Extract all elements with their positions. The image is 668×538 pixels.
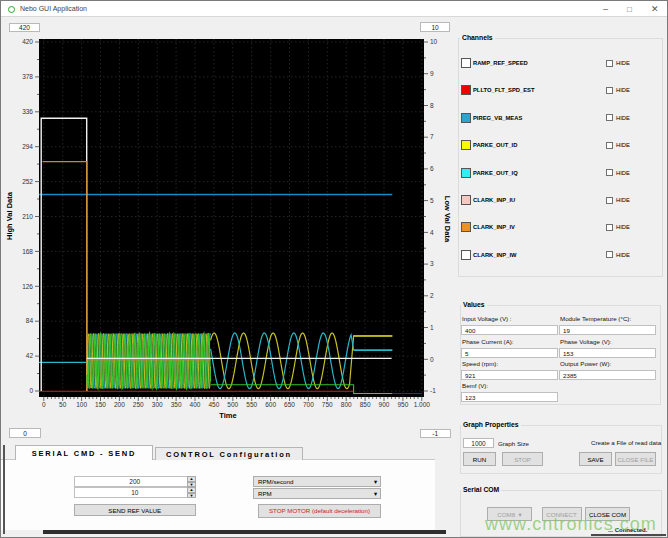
svg-text:42: 42 (26, 352, 34, 359)
svg-text:8: 8 (430, 102, 434, 109)
svg-text:900: 900 (379, 401, 390, 408)
svg-text:126: 126 (22, 283, 33, 290)
svg-text:250: 250 (133, 401, 144, 408)
svg-text:378: 378 (22, 73, 33, 80)
svg-text:7: 7 (430, 133, 434, 140)
svg-text:6: 6 (430, 165, 434, 172)
svg-text:210: 210 (22, 213, 33, 220)
svg-text:3: 3 (430, 260, 434, 267)
svg-text:294: 294 (22, 143, 33, 150)
svg-text:2: 2 (430, 292, 434, 299)
svg-text:420: 420 (22, 38, 33, 45)
svg-text:84: 84 (26, 317, 34, 324)
svg-text:400: 400 (190, 401, 201, 408)
svg-text:100: 100 (76, 401, 87, 408)
svg-text:550: 550 (246, 401, 257, 408)
svg-text:1: 1 (430, 324, 434, 331)
svg-text:0: 0 (430, 356, 434, 363)
svg-text:Time: Time (219, 411, 236, 420)
svg-text:950: 950 (397, 401, 408, 408)
svg-text:200: 200 (114, 401, 125, 408)
svg-text:600: 600 (265, 401, 276, 408)
svg-text:Low Val Data: Low Val Data (443, 196, 452, 243)
svg-text:252: 252 (22, 178, 33, 185)
svg-text:850: 850 (360, 401, 371, 408)
svg-text:5: 5 (430, 197, 434, 204)
svg-text:350: 350 (171, 401, 182, 408)
svg-text:700: 700 (303, 401, 314, 408)
svg-text:168: 168 (22, 248, 33, 255)
svg-text:High Val Data: High Val Data (5, 191, 14, 240)
svg-text:4: 4 (430, 229, 434, 236)
svg-text:10: 10 (430, 38, 438, 45)
svg-text:0: 0 (42, 401, 46, 408)
svg-text:-1: -1 (430, 387, 436, 394)
svg-text:500: 500 (227, 401, 238, 408)
svg-text:150: 150 (95, 401, 106, 408)
svg-text:800: 800 (341, 401, 352, 408)
svg-text:0: 0 (29, 387, 33, 394)
svg-text:450: 450 (208, 401, 219, 408)
svg-text:650: 650 (284, 401, 295, 408)
svg-text:50: 50 (59, 401, 67, 408)
svg-text:750: 750 (322, 401, 333, 408)
svg-text:300: 300 (152, 401, 163, 408)
svg-text:1.000: 1.000 (414, 401, 431, 408)
svg-text:9: 9 (430, 70, 434, 77)
svg-text:336: 336 (22, 108, 33, 115)
